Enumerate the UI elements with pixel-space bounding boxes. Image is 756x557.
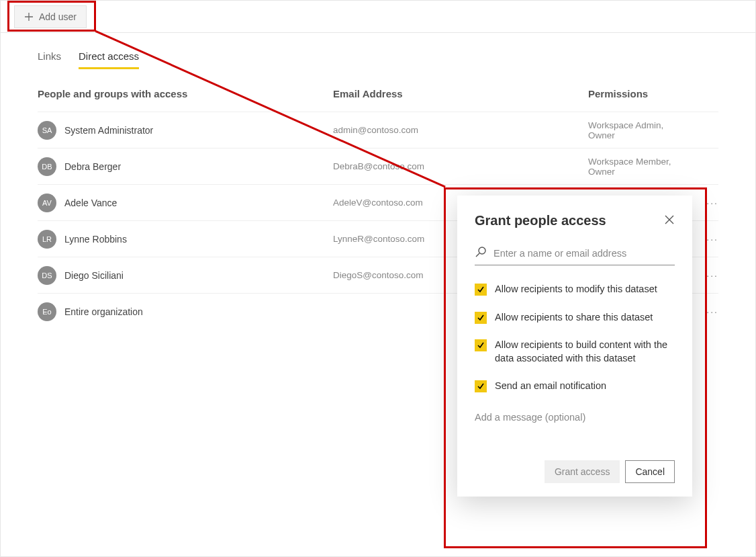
avatar: DS <box>38 266 56 285</box>
row-name-cell: Eo Entire organization <box>38 302 333 321</box>
col-permissions: Permissions <box>588 88 718 99</box>
grant-access-dialog: Grant people access Allow recipients to … <box>457 196 692 497</box>
col-people: People and groups with access <box>38 88 333 99</box>
table-row: DB Debra Berger DebraB@contoso.com Works… <box>38 148 718 184</box>
tabs: Links Direct access <box>1 50 755 69</box>
close-icon <box>664 216 675 227</box>
message-input[interactable] <box>475 412 675 452</box>
row-email: DebraB@contoso.com <box>333 161 588 171</box>
col-email: Email Address <box>333 88 588 99</box>
search-icon <box>475 246 487 261</box>
option-notify[interactable]: Send an email notification <box>475 380 675 393</box>
row-permissions: Workspace Member, Owner <box>588 157 692 177</box>
row-more-button[interactable]: ··· <box>692 306 718 317</box>
add-user-label: Add user <box>39 11 77 22</box>
row-more-button[interactable]: ··· <box>692 198 718 208</box>
row-name: Lynne Robbins <box>64 234 127 245</box>
option-modify[interactable]: Allow recipients to modify this dataset <box>475 283 675 296</box>
row-more-button[interactable]: ··· <box>692 270 718 281</box>
page-root: Add user Links Direct access People and … <box>0 0 756 557</box>
dialog-title: Grant people access <box>475 213 606 228</box>
avatar: SA <box>38 121 56 140</box>
option-label: Allow recipients to modify this dataset <box>495 283 657 296</box>
row-permissions: Workspace Admin, Owner <box>588 120 692 140</box>
plus-icon <box>24 12 34 22</box>
row-name-cell: DB Debra Berger <box>38 157 333 176</box>
dialog-footer: Grant access Cancel <box>475 460 675 483</box>
row-name-cell: AV Adele Vance <box>38 194 333 212</box>
checkbox-checked-icon <box>475 312 487 324</box>
row-email: admin@contoso.com <box>333 125 588 135</box>
row-name: System Administrator <box>64 125 153 136</box>
row-name: Debra Berger <box>64 161 121 172</box>
table-header: People and groups with access Email Addr… <box>38 88 718 112</box>
table-row: SA System Administrator admin@contoso.co… <box>38 112 718 148</box>
avatar: Eo <box>38 302 56 321</box>
option-label: Allow recipients to share this dataset <box>495 311 653 325</box>
grant-access-button[interactable]: Grant access <box>545 460 620 483</box>
row-more-button[interactable]: ··· <box>692 234 718 245</box>
svg-point-0 <box>479 247 485 254</box>
recipient-input[interactable] <box>493 248 675 259</box>
option-label: Allow recipients to build content with t… <box>495 339 675 365</box>
option-build[interactable]: Allow recipients to build content with t… <box>475 339 675 365</box>
row-name-cell: LR Lynne Robbins <box>38 230 333 249</box>
row-name-cell: DS Diego Siciliani <box>38 266 333 285</box>
row-name-cell: SA System Administrator <box>38 121 333 140</box>
toolbar: Add user <box>1 1 755 33</box>
add-user-button[interactable]: Add user <box>14 5 87 28</box>
option-share[interactable]: Allow recipients to share this dataset <box>475 311 675 325</box>
dialog-close-button[interactable] <box>664 214 675 228</box>
avatar: LR <box>38 230 56 249</box>
checkbox-checked-icon <box>475 284 487 296</box>
row-name: Adele Vance <box>64 198 117 208</box>
checkbox-checked-icon <box>475 339 487 351</box>
avatar: AV <box>38 194 56 212</box>
option-label: Send an email notification <box>495 380 606 393</box>
row-name: Entire organization <box>64 306 143 317</box>
avatar: DB <box>38 157 56 176</box>
tab-links[interactable]: Links <box>38 50 61 69</box>
cancel-button[interactable]: Cancel <box>625 460 675 483</box>
recipient-search-row <box>475 246 675 265</box>
checkbox-checked-icon <box>475 380 487 392</box>
row-name: Diego Siciliani <box>64 270 124 281</box>
dialog-header: Grant people access <box>475 213 675 228</box>
tab-direct-access[interactable]: Direct access <box>79 50 139 69</box>
